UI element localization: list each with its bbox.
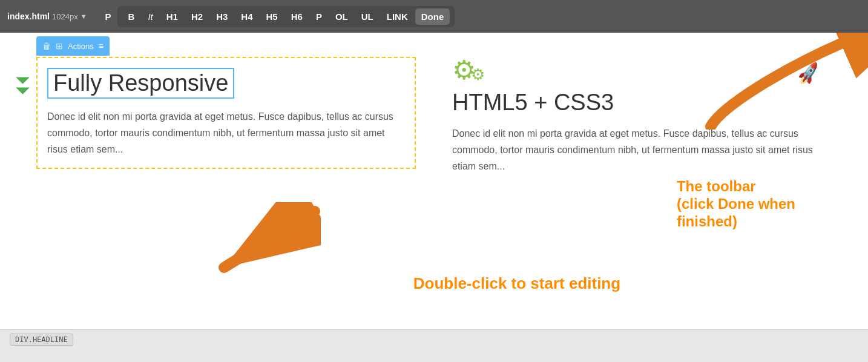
h5-button[interactable]: H5 [260, 8, 284, 25]
copy-icon: ⊞ [56, 41, 63, 51]
svg-marker-2 [16, 70, 30, 84]
ul-button[interactable]: UL [355, 8, 380, 25]
link-button[interactable]: LINK [381, 8, 414, 25]
breadcrumb-tag: DIV.HEADLINE [10, 334, 73, 346]
italic-button[interactable]: It [142, 8, 159, 25]
left-column: 🗑 ⊞ Actions ≡ Fully Responsive Donec id … [36, 57, 416, 305]
ol-button[interactable]: OL [329, 8, 354, 25]
rocket-icon: 🚀 [795, 61, 821, 86]
double-click-tooltip: Double-click to start editing [413, 274, 620, 293]
h1-button[interactable]: H1 [160, 8, 184, 25]
expand-arrow-topleft [9, 65, 39, 96]
actions-menu-icon[interactable]: ≡ [99, 41, 104, 51]
right-body-text: Donec id elit non mi porta gravida at eg… [452, 125, 832, 175]
text-format-toolbar: B It H1 H2 H3 H4 H5 H6 P OL UL LINK Done [117, 6, 455, 27]
left-body-text: Donec id elit non mi porta gravida at eg… [47, 108, 405, 158]
preview-button[interactable]: P [99, 8, 117, 25]
fully-responsive-heading[interactable]: Fully Responsive [47, 68, 234, 99]
top-bar: index.html 1024px ▼ P B It H1 H2 H3 H4 H… [0, 0, 868, 33]
h6-button[interactable]: H6 [285, 8, 309, 25]
h4-button[interactable]: H4 [235, 8, 258, 25]
actions-label[interactable]: Actions [68, 42, 94, 51]
actions-bar: 🗑 ⊞ Actions ≡ [36, 36, 110, 56]
done-button[interactable]: Done [415, 8, 450, 25]
p-button[interactable]: P [310, 8, 328, 25]
file-info: index.html 1024px ▼ [7, 12, 87, 21]
selected-content-block[interactable]: 🗑 ⊞ Actions ≡ Fully Responsive Donec id … [36, 57, 416, 169]
trash-icon: 🗑 [42, 41, 51, 51]
right-column: ⚙ ⚙ HTML5 + CSS3 Donec id elit non mi po… [452, 57, 832, 305]
h2-button[interactable]: H2 [185, 8, 209, 25]
h3-button[interactable]: H3 [210, 8, 234, 25]
file-name: index.html [7, 12, 50, 21]
bold-button[interactable]: B [122, 8, 141, 25]
file-dropdown-arrow[interactable]: ▼ [81, 13, 87, 20]
main-content: 🗑 ⊞ Actions ≡ Fully Responsive Donec id … [0, 33, 868, 329]
toolbar-tooltip: The toolbar(click Done whenfinished) [677, 178, 795, 230]
bottom-bar: DIV.HEADLINE [0, 329, 868, 349]
gear-icon-group: ⚙ ⚙ [452, 57, 832, 84]
gear-small-icon: ⚙ [471, 67, 485, 82]
html5-css3-heading: HTML5 + CSS3 [452, 90, 832, 116]
file-size: 1024px [52, 12, 78, 21]
